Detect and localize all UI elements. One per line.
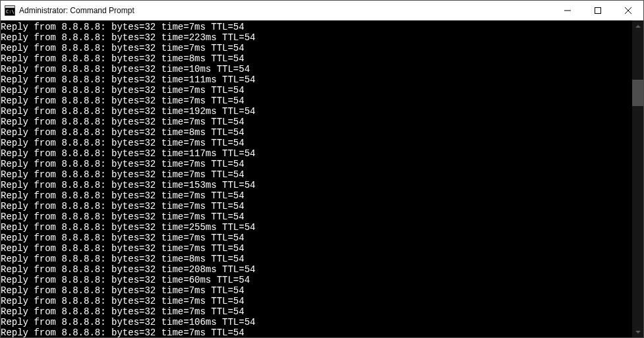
ping-reply-line: Reply from 8.8.8.8: bytes=32 time=7ms TT…: [1, 243, 632, 254]
ping-reply-line: Reply from 8.8.8.8: bytes=32 time=7ms TT…: [1, 285, 632, 296]
scrollbar-track[interactable]: [632, 20, 643, 337]
ping-reply-line: Reply from 8.8.8.8: bytes=32 time=117ms …: [1, 148, 632, 159]
chevron-down-icon: [635, 331, 641, 333]
titlebar[interactable]: C:\ Administrator: Command Prompt: [1, 1, 643, 20]
svg-rect-4: [595, 8, 601, 14]
svg-rect-1: [5, 6, 15, 8]
ping-reply-line: Reply from 8.8.8.8: bytes=32 time=255ms …: [1, 222, 632, 233]
ping-reply-line: Reply from 8.8.8.8: bytes=32 time=7ms TT…: [1, 22, 632, 32]
ping-reply-line: Reply from 8.8.8.8: bytes=32 time=10ms T…: [1, 64, 632, 74]
ping-reply-line: Reply from 8.8.8.8: bytes=32 time=111ms …: [1, 74, 632, 85]
scrollbar-up-button[interactable]: [632, 20, 643, 32]
maximize-button[interactable]: [583, 1, 613, 20]
terminal-area: Reply from 8.8.8.8: bytes=32 time=7ms TT…: [1, 20, 643, 337]
close-button[interactable]: [613, 1, 643, 20]
ping-reply-line: Reply from 8.8.8.8: bytes=32 time=7ms TT…: [1, 327, 632, 337]
ping-reply-line: Reply from 8.8.8.8: bytes=32 time=7ms TT…: [1, 85, 632, 96]
ping-reply-line: Reply from 8.8.8.8: bytes=32 time=7ms TT…: [1, 117, 632, 127]
chevron-up-icon: [635, 25, 641, 28]
svg-text:C:\: C:\: [6, 9, 15, 14]
ping-reply-line: Reply from 8.8.8.8: bytes=32 time=153ms …: [1, 180, 632, 190]
ping-reply-line: Reply from 8.8.8.8: bytes=32 time=223ms …: [1, 32, 632, 43]
ping-reply-line: Reply from 8.8.8.8: bytes=32 time=7ms TT…: [1, 96, 632, 106]
ping-reply-line: Reply from 8.8.8.8: bytes=32 time=7ms TT…: [1, 159, 632, 169]
ping-reply-line: Reply from 8.8.8.8: bytes=32 time=8ms TT…: [1, 254, 632, 264]
ping-reply-line: Reply from 8.8.8.8: bytes=32 time=7ms TT…: [1, 43, 632, 53]
ping-reply-line: Reply from 8.8.8.8: bytes=32 time=208ms …: [1, 264, 632, 275]
ping-reply-line: Reply from 8.8.8.8: bytes=32 time=7ms TT…: [1, 211, 632, 222]
ping-reply-line: Reply from 8.8.8.8: bytes=32 time=8ms TT…: [1, 53, 632, 64]
ping-reply-line: Reply from 8.8.8.8: bytes=32 time=7ms TT…: [1, 306, 632, 317]
ping-reply-line: Reply from 8.8.8.8: bytes=32 time=7ms TT…: [1, 201, 632, 211]
window-controls: [552, 1, 643, 20]
ping-reply-line: Reply from 8.8.8.8: bytes=32 time=7ms TT…: [1, 138, 632, 148]
ping-reply-line: Reply from 8.8.8.8: bytes=32 time=60ms T…: [1, 275, 632, 285]
ping-reply-line: Reply from 8.8.8.8: bytes=32 time=8ms TT…: [1, 127, 632, 138]
scrollbar-down-button[interactable]: [632, 326, 643, 337]
ping-reply-line: Reply from 8.8.8.8: bytes=32 time=7ms TT…: [1, 169, 632, 180]
terminal-output[interactable]: Reply from 8.8.8.8: bytes=32 time=7ms TT…: [1, 20, 632, 337]
ping-reply-line: Reply from 8.8.8.8: bytes=32 time=106ms …: [1, 317, 632, 327]
cmd-icon: C:\: [5, 5, 15, 16]
ping-reply-line: Reply from 8.8.8.8: bytes=32 time=7ms TT…: [1, 190, 632, 201]
ping-reply-line: Reply from 8.8.8.8: bytes=32 time=7ms TT…: [1, 296, 632, 306]
scrollbar-thumb[interactable]: [632, 80, 643, 106]
ping-reply-line: Reply from 8.8.8.8: bytes=32 time=192ms …: [1, 106, 632, 117]
minimize-button[interactable]: [552, 1, 583, 20]
ping-reply-line: Reply from 8.8.8.8: bytes=32 time=7ms TT…: [1, 233, 632, 243]
command-prompt-window: C:\ Administrator: Command Prompt Reply …: [0, 0, 644, 338]
window-title: Administrator: Command Prompt: [19, 6, 552, 15]
